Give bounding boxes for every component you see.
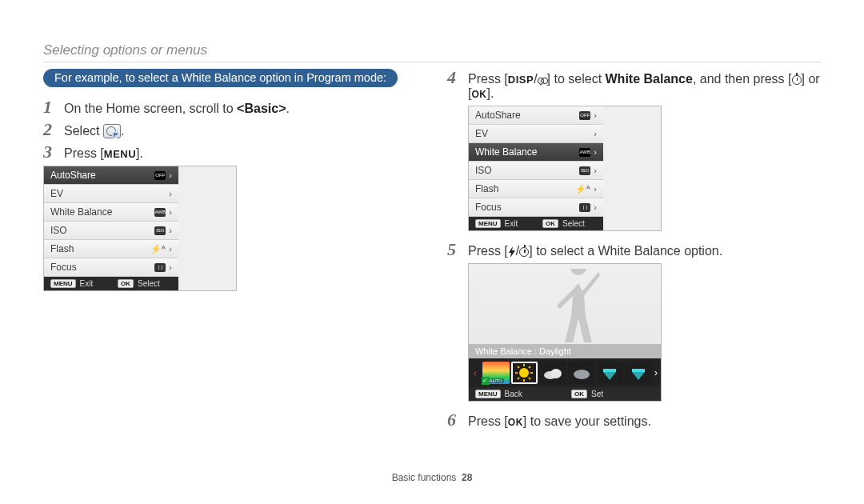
step-text: Press [OK] to save your settings. (468, 413, 651, 429)
wb-option-cloudy (539, 362, 566, 384)
step-number: 1 (43, 98, 56, 116)
white-balance-preview-screenshot: White Balance : Daylight ‹ AUTO ✓ (468, 263, 662, 402)
menu-row-flash: Flash ⚡ᴬ› (469, 180, 603, 198)
svg-line-6 (518, 366, 519, 368)
menu-row-autoshare: AutoShare OFF› (44, 166, 178, 185)
svg-line-9 (529, 366, 530, 368)
bulb-icon (600, 364, 619, 382)
focus-icon: [ ] (579, 203, 590, 212)
sun-icon (514, 363, 534, 382)
menu-row-flash: Flash ⚡ᴬ› (44, 240, 178, 258)
menu-pill-icon: MENU (475, 219, 501, 228)
camera-menu-screenshot-2: AutoShare OFF› EV › White Balance AWB› I… (468, 106, 662, 231)
menu-item-value: ISO› (154, 226, 172, 235)
text-fragment: . (121, 124, 124, 138)
flash-auto-icon: ⚡ᴬ (150, 244, 166, 254)
step-number: 5 (447, 241, 460, 258)
wb-option-shade (568, 362, 595, 384)
text-fragment: Select (64, 124, 103, 138)
menu-item-label: White Balance (475, 146, 537, 158)
footer-label: Set (591, 390, 603, 398)
svg-line-7 (529, 378, 530, 379)
timer-icon (519, 247, 529, 257)
macro-icon (538, 75, 547, 85)
footer-label: Exit (505, 219, 518, 228)
menu-item-label: Focus (50, 262, 77, 273)
program-mode-icon (103, 124, 121, 138)
menu-item-value: OFF› (154, 170, 172, 180)
footer-select: OKSelect (536, 217, 603, 230)
focus-icon: [ ] (154, 263, 166, 272)
menu-item-value: ISO› (579, 166, 597, 175)
footer-back: MENUBack (469, 387, 565, 401)
menu-button-label: MENU (104, 148, 136, 160)
menu-row-autoshare: AutoShare OFF› (469, 106, 603, 125)
svg-rect-13 (603, 369, 616, 372)
camera-menu-footer: MENUExit OKSelect (44, 277, 178, 290)
menu-item-label: ISO (475, 165, 492, 176)
white-balance-bold: White Balance (606, 72, 693, 86)
left-column: For example, to select a White Balance o… (43, 69, 417, 434)
wb-option-fluorescent-h (597, 362, 624, 384)
footer-label: Select (562, 219, 585, 228)
menu-item-value: › (594, 129, 597, 138)
content-columns: For example, to select a White Balance o… (43, 69, 821, 434)
footer-label: Select (138, 279, 160, 288)
share-off-icon: OFF (154, 171, 166, 180)
ok-pill-icon: OK (118, 279, 134, 288)
menu-row-white-balance-selected: White Balance AWB› (469, 143, 603, 162)
scroll-right-icon: › (653, 367, 661, 378)
bulb-icon (629, 364, 648, 382)
awb-icon: AWB (154, 208, 166, 217)
iso-auto-icon: ISO (579, 166, 590, 175)
check-icon: ✓ (482, 377, 490, 385)
menu-item-label: Flash (475, 183, 498, 194)
ok-pill-icon: OK (542, 219, 558, 228)
camera-menu-left-panel: AutoShare OFF› EV › White Balance AWB› I… (44, 166, 178, 290)
text-fragment: . (286, 102, 289, 115)
timer-icon (792, 75, 802, 85)
disp-button-label: DISP (508, 74, 534, 86)
menu-row-iso: ISO ISO› (44, 222, 178, 240)
menu-item-label: Flash (50, 243, 74, 254)
wb-footer: MENUBack OKSet (469, 387, 661, 401)
step-1: 1 On the Home screen, scroll to <Basic>. (43, 98, 417, 116)
wb-selected-label: White Balance : Daylight (469, 344, 661, 358)
footer-section: Basic functions (392, 472, 457, 483)
awb-icon: AWB (579, 148, 590, 157)
flash-icon (508, 246, 516, 258)
text-fragment: Press [ (468, 414, 508, 428)
menu-row-iso: ISO ISO› (469, 162, 603, 180)
svg-marker-16 (632, 372, 645, 380)
cloud-dark-icon (571, 365, 592, 381)
svg-line-8 (518, 378, 519, 379)
step-text: Press [DISP/] to select White Balance, a… (468, 70, 821, 101)
wb-preview-area (469, 264, 661, 344)
step-6: 6 Press [OK] to save your settings. (447, 411, 821, 429)
camera-menu-footer: MENUExit OKSelect (469, 217, 603, 230)
menu-pill-icon: MENU (50, 279, 76, 288)
step-5: 5 Press [/] to select a White Balance op… (447, 241, 821, 258)
example-heading-bar: For example, to select a White Balance o… (43, 69, 398, 87)
ok-pill-icon: OK (571, 390, 587, 398)
ok-button-label: OK (508, 417, 523, 428)
text-fragment: On the Home screen, scroll to (64, 102, 237, 115)
menu-item-label: AutoShare (475, 110, 521, 121)
flash-auto-icon: ⚡ᴬ (575, 184, 590, 194)
step-4: 4 Press [DISP/] to select White Balance,… (447, 69, 821, 101)
menu-item-label: AutoShare (50, 170, 96, 181)
menu-item-value: AWB› (579, 147, 597, 157)
step-text: Press [MENU]. (64, 145, 143, 161)
basic-label: <Basic> (237, 102, 286, 115)
page-footer: Basic functions 28 (0, 472, 864, 483)
step-text: Press [/] to select a White Balance opti… (468, 242, 722, 258)
menu-item-value: OFF› (579, 110, 597, 120)
menu-item-label: EV (475, 128, 488, 139)
auto-label: AUTO (487, 378, 504, 383)
wb-option-daylight-selected (511, 362, 538, 384)
footer-set: OKSet (565, 387, 661, 401)
wb-option-fluorescent-l (625, 362, 652, 384)
person-silhouette-icon (542, 269, 614, 344)
wb-option-auto: AUTO ✓ (482, 362, 510, 384)
menu-item-label: White Balance (50, 206, 112, 218)
